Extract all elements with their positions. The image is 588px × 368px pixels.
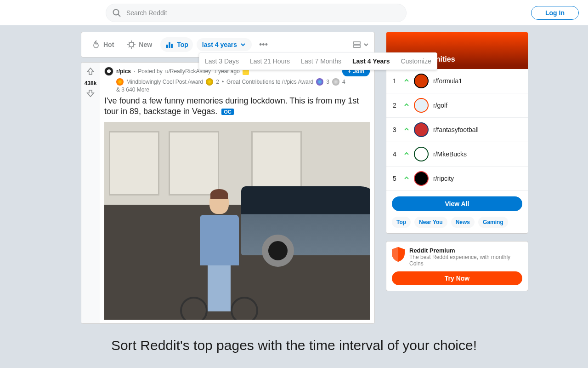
time-opt-4years[interactable]: Last 4 Years — [347, 53, 395, 69]
time-opt-7months[interactable]: Last 7 Months — [295, 53, 347, 69]
post-body: r/pics · Posted by u/ReallyRickAstley 1 … — [100, 63, 374, 323]
community-avatar — [414, 74, 429, 88]
community-row[interactable]: 2r/golf — [386, 93, 528, 118]
login-button[interactable]: Log In — [531, 6, 579, 20]
search-icon — [112, 8, 121, 19]
sort-time-dropdown[interactable]: last 4 years — [197, 38, 252, 51]
community-rank: 3 — [393, 126, 399, 133]
svg-point-2 — [129, 42, 134, 47]
sort-top[interactable]: Top — [160, 37, 193, 52]
award-name: Mindblowingly Cool Post Award — [126, 79, 203, 85]
award-icon — [332, 78, 339, 86]
award-count: 3 — [326, 79, 329, 85]
community-avatar — [414, 98, 429, 113]
sort-new-label: New — [139, 41, 152, 48]
promo-tagline: Sort Reddit's top pages with the time in… — [0, 338, 588, 353]
award-name: Great Contributions to /r/pics Award — [226, 79, 313, 85]
topic-pill[interactable]: Top — [392, 217, 411, 228]
subreddit-link[interactable]: r/pics — [116, 68, 131, 75]
sort-hot-label: Hot — [103, 41, 114, 48]
chevron-down-icon — [240, 41, 246, 48]
awards-more-row[interactable]: & 3 640 More — [116, 86, 370, 93]
search-input[interactable] — [106, 4, 407, 22]
svg-point-0 — [113, 9, 119, 15]
svg-rect-4 — [169, 42, 170, 48]
community-name: r/MkeBucks — [433, 150, 467, 158]
downvote-button[interactable] — [85, 88, 96, 100]
svg-rect-7 — [354, 45, 360, 47]
svg-line-1 — [118, 14, 120, 17]
trend-up-icon — [404, 174, 409, 183]
community-row[interactable]: 3r/fantasyfootball — [386, 118, 528, 142]
topic-pill[interactable]: Gaming — [478, 217, 508, 228]
community-rank: 4 — [393, 150, 399, 158]
sort-time-label: last 4 years — [202, 41, 237, 48]
trend-up-icon — [404, 77, 409, 85]
community-name: r/formula1 — [433, 77, 462, 85]
premium-title: Reddit Premium — [409, 247, 522, 254]
svg-rect-3 — [166, 45, 168, 48]
sort-hot[interactable]: Hot — [87, 37, 119, 52]
posted-by-label: Posted by — [138, 68, 162, 75]
time-opt-21hours[interactable]: Last 21 Hours — [244, 53, 295, 69]
community-rank: 2 — [393, 102, 399, 109]
sort-top-label: Top — [177, 41, 188, 48]
topic-pills: TopNear YouNewsGaming — [386, 217, 528, 233]
vote-score: 438k — [85, 80, 97, 86]
topic-pill[interactable]: Near You — [414, 217, 447, 228]
time-opt-3days[interactable]: Last 3 Days — [199, 53, 244, 69]
community-row[interactable]: 4r/MkeBucks — [386, 142, 528, 167]
community-name: r/fantasyfootball — [433, 126, 479, 133]
award-icon — [116, 78, 124, 86]
trend-up-icon — [404, 101, 409, 109]
awards-more: & 3 640 More — [116, 86, 149, 93]
sort-bar: Hot New Top last 4 years ••• Last 3 Days — [81, 32, 375, 58]
view-all-button[interactable]: View All — [392, 196, 522, 211]
vote-column: 438k — [81, 63, 100, 323]
award-icon — [316, 78, 323, 86]
shield-icon — [392, 247, 405, 262]
trend-up-icon — [404, 150, 409, 158]
sort-new[interactable]: New — [122, 37, 157, 52]
post-image[interactable] — [104, 122, 370, 320]
community-rank: 1 — [393, 77, 399, 85]
community-row[interactable]: 1r/formula1 — [386, 69, 528, 93]
time-opt-customize[interactable]: Customize — [396, 53, 437, 69]
card-view-icon — [352, 40, 362, 49]
community-avatar — [414, 147, 429, 161]
svg-rect-5 — [171, 44, 173, 48]
subreddit-avatar[interactable] — [104, 67, 113, 76]
meta-dot: · — [134, 68, 135, 75]
award-count: 4 — [342, 79, 345, 85]
award-sep: • — [222, 79, 224, 85]
upvote-button[interactable] — [85, 66, 96, 78]
post-card: 438k r/pics · Posted by u/ReallyRickAstl… — [81, 62, 375, 324]
time-dropdown-menu: Last 3 Days Last 21 Hours Last 7 Months … — [199, 52, 437, 70]
premium-desc: The best Reddit experience, with monthly… — [409, 254, 522, 267]
community-name: r/ripcity — [433, 175, 454, 182]
community-row[interactable]: 5r/ripcity — [386, 167, 528, 191]
award-count: 2 — [216, 79, 219, 85]
topic-pill[interactable]: News — [451, 217, 475, 228]
award-icon — [206, 78, 213, 86]
community-name: r/golf — [433, 102, 447, 109]
community-avatar — [414, 171, 429, 186]
overflow-menu[interactable]: ••• — [255, 38, 271, 52]
premium-card: Reddit Premium The best Reddit experienc… — [386, 241, 528, 291]
view-toggle[interactable] — [352, 40, 369, 49]
post-title[interactable]: I've found a few funny memories during l… — [104, 96, 370, 117]
chevron-down-icon — [363, 42, 369, 47]
try-now-button[interactable]: Try Now — [392, 271, 522, 285]
search-wrap — [106, 4, 407, 22]
svg-rect-6 — [354, 42, 360, 44]
trend-up-icon — [404, 126, 409, 134]
community-rank: 5 — [393, 175, 399, 182]
community-avatar — [414, 122, 429, 137]
awards-row[interactable]: Mindblowingly Cool Post Award 2 • Great … — [116, 78, 370, 86]
oc-tag: OC — [221, 109, 234, 115]
top-bar: Log In — [0, 0, 588, 25]
